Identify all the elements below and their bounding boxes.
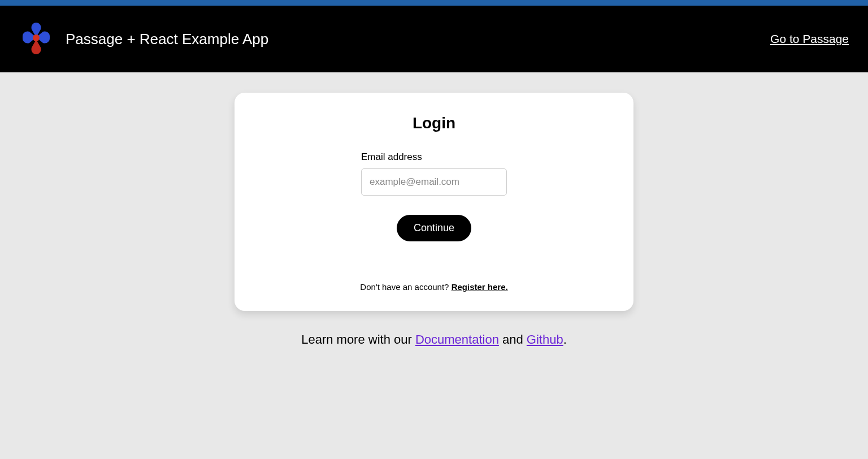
main-content: Login Email address Continue Don't have … bbox=[0, 72, 868, 347]
go-to-passage-link[interactable]: Go to Passage bbox=[770, 32, 849, 46]
no-account-text: Don't have an account? bbox=[360, 282, 451, 292]
passage-logo-icon bbox=[19, 19, 53, 59]
login-card: Login Email address Continue Don't have … bbox=[235, 93, 633, 311]
header-left: Passage + React Example App bbox=[19, 19, 268, 59]
app-title: Passage + React Example App bbox=[66, 31, 268, 48]
top-accent-bar bbox=[0, 0, 868, 6]
continue-button[interactable]: Continue bbox=[397, 215, 471, 241]
email-input[interactable] bbox=[361, 168, 507, 196]
login-title: Login bbox=[413, 114, 455, 132]
svg-point-0 bbox=[33, 34, 40, 41]
footer-text: Learn more with our Documentation and Gi… bbox=[301, 332, 567, 347]
footer-prefix: Learn more with our bbox=[301, 332, 415, 347]
app-header: Passage + React Example App Go to Passag… bbox=[0, 6, 868, 72]
register-prompt: Don't have an account? Register here. bbox=[360, 282, 507, 292]
github-link[interactable]: Github bbox=[527, 332, 563, 347]
email-label: Email address bbox=[361, 151, 507, 163]
email-section: Email address bbox=[361, 151, 507, 196]
documentation-link[interactable]: Documentation bbox=[415, 332, 499, 347]
footer-suffix: . bbox=[563, 332, 567, 347]
register-link[interactable]: Register here. bbox=[452, 282, 508, 292]
footer-and: and bbox=[499, 332, 527, 347]
